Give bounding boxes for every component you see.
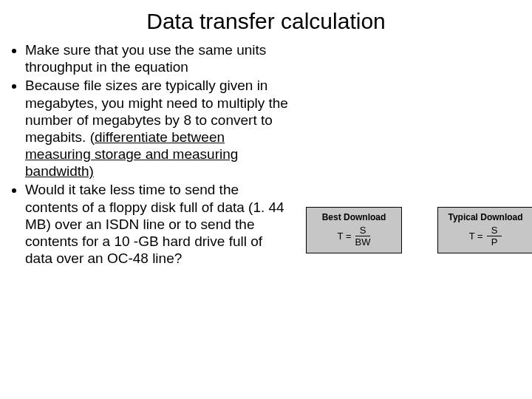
content-row: Make sure that you use the same units th… (9, 38, 523, 334)
formula-title: Typical Download (444, 212, 527, 222)
fraction-denominator: BW (355, 236, 370, 247)
fraction: S BW (355, 225, 370, 247)
figures-area: Best Download T = S BW Typical Download … (291, 38, 523, 334)
list-item: Would it take less time to send the cont… (25, 181, 291, 267)
formula-equation: T = S BW (313, 225, 395, 247)
fraction: S P (487, 225, 502, 247)
list-item: Because file sizes are typically given i… (25, 77, 291, 180)
fraction-numerator: S (487, 225, 502, 236)
formula-best-download: Best Download T = S BW (306, 207, 402, 253)
formula-lhs: T = (338, 231, 352, 242)
fraction-numerator: S (355, 225, 371, 236)
formula-typical-download: Typical Download T = S P (437, 207, 532, 253)
formula-title: Best Download (313, 212, 395, 222)
fraction-denominator: P (491, 236, 498, 247)
slide: Data transfer calculation Make sure that… (0, 0, 532, 399)
formula-lhs: T = (469, 231, 483, 242)
bullet-list: Make sure that you use the same units th… (9, 41, 291, 268)
formula-equation: T = S P (444, 225, 527, 247)
page-title: Data transfer calculation (9, 9, 523, 34)
list-item: Make sure that you use the same units th… (25, 41, 291, 75)
